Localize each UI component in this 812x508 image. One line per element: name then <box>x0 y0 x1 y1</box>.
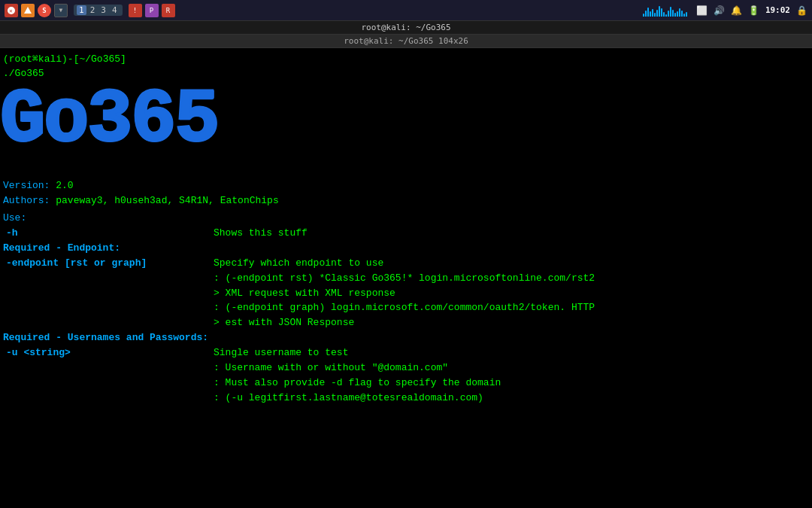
cmd-text: ./Go365 <box>3 68 44 79</box>
u-flag-row: -u <string> Single username to test <box>3 346 809 360</box>
taskbar-icon-2[interactable] <box>21 4 35 17</box>
endpoint-sub2-suffix-text: > est with JSON Response <box>214 316 354 330</box>
taskbar-icon-7[interactable]: R <box>162 4 175 17</box>
authors-value-text: paveway3, h0useh3ad, S4R1N, EatonChips <box>56 195 278 206</box>
taskbar: ✕ S ▼ 1 2 3 4 ! P R <box>0 0 812 21</box>
endpoint-sub2-indent <box>3 301 214 315</box>
u-sub1-indent <box>3 361 214 376</box>
u-sub3-line: : (-u legitfirst.lastname@totesrealdomai… <box>3 391 809 406</box>
version-label: Version: <box>3 180 50 191</box>
help-flag: -h <box>3 227 214 241</box>
terminal-title: root@kali: ~/Go365 <box>0 21 812 35</box>
help-row: -h Shows this stuff <box>3 227 809 241</box>
clock: 19:02 <box>765 5 790 15</box>
logo-text: Go365 <box>0 83 218 158</box>
taskbar-icon-4[interactable]: ▼ <box>54 4 68 17</box>
use-line: Use: <box>3 211 809 226</box>
help-desc: Shows this stuff <box>214 227 809 241</box>
u-sub1-line: : Username with or without "@domain.com" <box>3 361 809 376</box>
u-sub3-indent <box>3 391 214 406</box>
terminal-subtitle: root@kali: ~/Go365 104x26 <box>0 35 812 48</box>
prompt-line-1: (root⌘kali)-[~/Go365] <box>3 53 809 67</box>
endpoint-sub2-line: : (-endpoint graph) login.microsoft.com/… <box>3 301 809 315</box>
authors-label: Authors: <box>3 195 50 206</box>
authors-line: Authors: paveway3, h0useh3ad, S4R1N, Eat… <box>3 194 809 208</box>
endpoint-flag: -endpoint [rst or graph] <box>3 257 214 271</box>
workspace-2[interactable]: 2 <box>88 5 98 15</box>
endpoint-sub2-text: : (-endpoint graph) login.microsoft.com/… <box>214 301 595 315</box>
go365-logo: Go365 <box>0 83 809 173</box>
endpoint-sub2-suffix-line: > est with JSON Response <box>3 316 809 330</box>
u-sub2-text: : Must also provide -d flag to specify t… <box>214 376 501 391</box>
endpoint-sub2-suffix-indent <box>3 316 214 330</box>
endpoint-desc: Specify which endpoint to use <box>214 257 809 271</box>
auth-header-line: Required - Usernames and Passwords: <box>3 331 809 345</box>
u-sub2-line: : Must also provide -d flag to specify t… <box>3 376 809 391</box>
version-line: Version: 2.0 <box>3 179 809 193</box>
taskbar-right: ⬜ 🔊 🔔 🔋 19:02 🔒 <box>643 5 807 17</box>
auth-header: Required - Usernames and Passwords: <box>3 332 208 343</box>
workspace-4[interactable]: 4 <box>110 5 120 15</box>
endpoint-sub1-suffix-line: > XML request with XML response <box>3 287 809 301</box>
workspace-3[interactable]: 3 <box>98 5 108 15</box>
u-sub2-indent <box>3 376 214 391</box>
use-label: Use: <box>3 212 26 224</box>
taskbar-icon-6[interactable]: P <box>145 4 159 17</box>
endpoint-header-line: Required - Endpoint: <box>3 242 809 256</box>
taskbar-icon-1[interactable]: ✕ <box>5 4 18 17</box>
workspace-switcher[interactable]: 1 2 3 4 <box>74 5 123 16</box>
taskbar-icon-3[interactable]: S <box>38 4 51 17</box>
svg-marker-2 <box>24 7 32 14</box>
terminal-title-text: root@kali: ~/Go365 <box>361 23 450 32</box>
taskbar-left: ✕ S ▼ 1 2 3 4 ! P R <box>5 4 175 17</box>
endpoint-sub1-prefix: : (-endpoint rst) *Classic Go365!* login… <box>3 272 809 286</box>
lock-icon[interactable]: 🔒 <box>796 5 807 16</box>
endpoint-row: -endpoint [rst or graph] Specify which e… <box>3 257 809 271</box>
endpoint-sub1-suffix-indent <box>3 287 214 301</box>
volume-icon[interactable]: 🔊 <box>714 5 725 16</box>
workspace-1[interactable]: 1 <box>77 5 86 15</box>
notification-icon[interactable]: 🔔 <box>731 5 742 16</box>
u-sub1-text: : Username with or without "@domain.com" <box>214 361 448 376</box>
endpoint-header: Required - Endpoint: <box>3 242 120 254</box>
svg-text:✕: ✕ <box>9 8 13 14</box>
prompt-text: (root⌘kali)-[~/Go365] <box>3 53 126 65</box>
endpoint-sub1-suffix-text: > XML request with XML response <box>214 287 395 301</box>
window-icon[interactable]: ⬜ <box>696 5 707 16</box>
battery-icon: 🔋 <box>748 5 759 16</box>
u-desc: Single username to test <box>214 346 809 360</box>
terminal-body[interactable]: (root⌘kali)-[~/Go365] ./Go365 Go365 Vers… <box>0 48 812 508</box>
u-flag: -u <string> <box>3 346 214 360</box>
cmd-line-1: ./Go365 <box>3 67 809 81</box>
version-value-text: 2.0 <box>56 180 73 191</box>
endpoint-sub1-indent <box>3 272 214 286</box>
terminal-subtitle-text: root@kali: ~/Go365 104x26 <box>344 36 468 46</box>
waveform <box>643 5 687 17</box>
taskbar-icon-5[interactable]: ! <box>129 4 142 17</box>
endpoint-sub1-text: : (-endpoint rst) *Classic Go365!* login… <box>214 272 595 286</box>
u-sub3-text: : (-u legitfirst.lastname@totesrealdomai… <box>214 391 483 406</box>
